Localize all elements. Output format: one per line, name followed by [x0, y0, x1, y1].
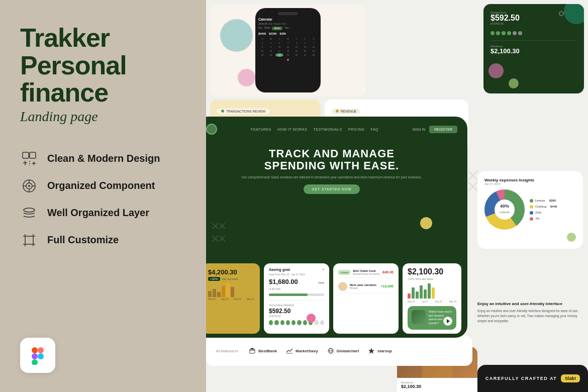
- app-title: Trakker Personal finance: [20, 24, 186, 107]
- brands-bar: As featured in BestBank MarketSavy Globa…: [206, 336, 472, 366]
- hero-cta-button[interactable]: GET STARTED NOW: [304, 184, 359, 194]
- budget-info: Budget limit $592.50 of $790.00: [491, 11, 520, 25]
- saving-progress-bar-bg: [269, 293, 324, 296]
- legend-label-1: Leisure: [535, 199, 545, 202]
- accounting-label: Accounting (Weekly): [269, 304, 324, 307]
- budget-sub: of $790.00: [491, 22, 520, 25]
- svg-marker-50: [368, 348, 374, 354]
- saving-amounts: $1,680.00 70%: [269, 278, 324, 285]
- revenue-overlay: Revenue $2,100.30: [397, 378, 477, 392]
- watch-thumbnail: [412, 310, 426, 324]
- dot3: [502, 31, 506, 35]
- revenue-dot: [336, 110, 339, 113]
- dot5: [513, 31, 517, 35]
- trans-badge-label: TRANSACTIONS REVIEW: [226, 110, 265, 113]
- saving-amount: $1,680.00: [269, 278, 298, 285]
- phone-notch: [278, 12, 298, 15]
- svg-point-14: [24, 208, 35, 212]
- legend-label-4: 7%: [535, 217, 540, 220]
- calendar-date: June 24 July August Sep...: [258, 22, 318, 25]
- legend-item-3: 24%: [530, 211, 557, 215]
- weekly-expenses-card: Weekly expenses Insights Apr 27, 2023 40…: [477, 171, 583, 249]
- accounting-target: of $750.00: [269, 315, 324, 318]
- weekly-legend: Leisure $260 Clothing $440 24% 7%: [530, 199, 557, 221]
- nav-features[interactable]: FEATURES: [251, 128, 271, 131]
- dashboard-widgets: $4,200.30 +32% than last week Dec 22 Jan: [206, 263, 467, 338]
- left-panel: Trakker Personal finance Landing page Cl…: [0, 0, 206, 392]
- globalchart-icon: [327, 347, 334, 354]
- title-block: Trakker Personal finance Landing page: [20, 24, 186, 125]
- calendar-amounts: $2400 $2200 $200: [258, 32, 318, 35]
- lbar6: [428, 283, 431, 299]
- play-icon: [447, 319, 450, 323]
- accounting-amount: $592.50: [269, 308, 324, 315]
- legend-label-2: Clothing: [535, 205, 546, 208]
- bestbank-icon: [249, 347, 256, 354]
- svg-marker-45: [250, 348, 255, 349]
- nav-pricing[interactable]: PRICING: [348, 128, 365, 131]
- feature-organized-component: Organized Component: [20, 177, 186, 195]
- tab-year[interactable]: Year: [284, 27, 289, 30]
- calendar-title: Calendar: [258, 18, 318, 21]
- lbar1: [408, 293, 411, 299]
- brand-bestbank: BestBank: [249, 347, 277, 354]
- trans-sub-1: BucketFlower for Zariya: [353, 272, 379, 275]
- svg-rect-0: [23, 152, 29, 158]
- nav-signin[interactable]: SIGN IN: [412, 128, 425, 131]
- legend-label-3: 24%: [535, 211, 541, 214]
- saving-icon: ⚙: [322, 268, 324, 271]
- tab-week[interactable]: Week: [264, 27, 270, 30]
- nav-testimonials[interactable]: TESTIMONIALS: [313, 128, 342, 131]
- weekly-title: Weekly expenses Insights: [484, 178, 576, 182]
- page-subtitle: Landing page: [20, 109, 186, 125]
- title-line2: Personal finance: [20, 51, 127, 108]
- saving-progress-bar-fill: [269, 293, 308, 296]
- svg-point-9: [28, 185, 30, 187]
- progress-dot-9: [314, 320, 318, 325]
- right-panel: Calendar June 24 July August Sep... Day …: [206, 0, 588, 392]
- features-list: Clean & Modern Design Organized Componen…: [20, 150, 186, 249]
- lbar2: [412, 287, 415, 299]
- dot1: [491, 31, 495, 35]
- nav-how[interactable]: HOW IT WORKS: [277, 128, 308, 131]
- svg-rect-25: [38, 347, 44, 353]
- feature-clean-design: Clean & Modern Design: [20, 150, 186, 168]
- nav-register[interactable]: REGISTER: [429, 126, 457, 133]
- app-navbar: FEATURES HOW IT WORKS TESTIMONIALS PRICI…: [206, 117, 467, 142]
- trans-avatar-2: [338, 282, 347, 291]
- revenue-badge-label: REVENUE: [341, 110, 356, 113]
- progress-dot-3: [280, 320, 284, 325]
- budget-screenshot: Budget limit $592.50 of $790.00 Revenue …: [483, 4, 584, 93]
- weekly-pie-section: 40% Leisure Leisure $260 Clothing $440 2…: [484, 189, 576, 230]
- trans-info-2: Next year vacation Bhutan: [350, 283, 376, 289]
- legend-amount-1: $260: [549, 199, 556, 202]
- right-widgets: Leisure BAC Debit Card BucketFlower for …: [333, 263, 461, 334]
- progress-dot-2: [274, 320, 278, 325]
- nav-faq[interactable]: FAQ: [371, 128, 379, 131]
- nav-actions: SIGN IN REGISTER: [412, 126, 457, 133]
- balance-widget: $4,200.30 +32% than last week Dec 22 Jan: [206, 263, 260, 334]
- feature-label-component: Organized Component: [47, 180, 155, 191]
- progress-dot-4: [286, 320, 290, 325]
- transactions-widget: Leisure BAC Debit Card BucketFlower for …: [333, 263, 399, 334]
- balance-amount: $4,200.30: [208, 268, 254, 276]
- hero-subtitle: Our comprehensive SaaS solutions are tai…: [206, 175, 457, 179]
- calendar-tabs: Day Week Month Year: [258, 27, 318, 30]
- revenue-overlay-amount: $2,100.30: [401, 384, 473, 389]
- legend-amount-2: $440: [550, 205, 557, 208]
- calendar-screenshot: Calendar June 24 July August Sep... Day …: [210, 4, 366, 96]
- brand-globalchart: Globalchart: [327, 347, 359, 354]
- tab-day[interactable]: Day: [258, 27, 262, 30]
- play-button[interactable]: [443, 317, 452, 326]
- legend-dot-1: [530, 199, 533, 203]
- tab-month[interactable]: Month: [272, 27, 282, 30]
- trans-info-1: BAC Debit Card BucketFlower for Zariya: [353, 269, 379, 275]
- svg-text:40%: 40%: [500, 204, 509, 209]
- svg-point-28: [38, 353, 44, 359]
- saving-sub: Date From Mar 22 - Sat 27 2022: [269, 273, 324, 276]
- main-app-preview: FEATURES HOW IT WORKS TESTIMONIALS PRICI…: [206, 117, 467, 338]
- svg-text:Leisure: Leisure: [500, 211, 510, 214]
- circle-deco-1: [559, 11, 564, 16]
- balance-growth-badge: +32%: [208, 277, 220, 281]
- legend-item-2: Clothing $440: [530, 205, 557, 209]
